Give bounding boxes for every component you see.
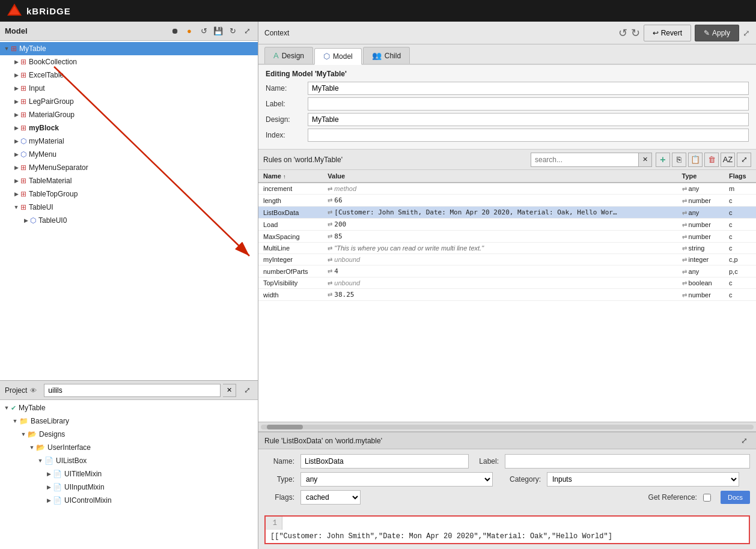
tree-item-tabletopgroup[interactable]: ▶⊞TableTopGroup bbox=[0, 187, 258, 201]
expander-materialgroup[interactable]: ▶ bbox=[12, 112, 20, 118]
rules-copy-btn[interactable]: ⎘ bbox=[672, 153, 686, 167]
rules-expand-btn[interactable]: ⤢ bbox=[737, 153, 751, 167]
expander-tabletopgroup[interactable]: ▶ bbox=[12, 191, 20, 197]
design-input[interactable] bbox=[308, 113, 749, 126]
expander-myblock[interactable]: ▶ bbox=[12, 125, 20, 131]
proj-tree-item-designs[interactable]: ▼📂Designs bbox=[0, 428, 258, 441]
rules-add-btn[interactable]: + bbox=[656, 153, 670, 167]
rule-row[interactable]: TopVisibility ⇄unbound ⇄boolean c bbox=[258, 278, 756, 289]
proj-tree-item-mytable[interactable]: ▼✔MyTable bbox=[0, 401, 258, 414]
project-hide-icon[interactable]: 👁 bbox=[27, 384, 39, 396]
rules-paste-btn[interactable]: 📋 bbox=[688, 153, 703, 167]
proj-expander-baselibrary[interactable]: ▼ bbox=[11, 418, 19, 424]
label-input[interactable] bbox=[308, 97, 749, 111]
context-redo-icon[interactable]: ↻ bbox=[631, 26, 640, 40]
rule-label-input[interactable] bbox=[505, 454, 750, 469]
proj-tree-item-uilistbox[interactable]: ▼📄UIListBox bbox=[0, 454, 258, 467]
model-icon-maximize[interactable]: ⤢ bbox=[241, 25, 253, 37]
proj-tree-item-uicontrolmixin[interactable]: ▶📄UIControlMixin bbox=[0, 494, 258, 507]
model-icon-save[interactable]: 💾 bbox=[212, 25, 224, 37]
expander-tablematerial[interactable]: ▶ bbox=[12, 178, 20, 184]
proj-expander-uiinputmixin[interactable]: ▶ bbox=[44, 484, 53, 490]
rule-row[interactable]: increment ⇄method ⇄any m bbox=[258, 183, 756, 195]
tree-item-materialgroup[interactable]: ▶⊞MaterialGroup bbox=[0, 108, 258, 121]
rule-row[interactable]: numberOfParts ⇄4 ⇄any p,c bbox=[258, 265, 756, 278]
project-maximize-icon[interactable]: ⤢ bbox=[241, 384, 253, 396]
rule-row[interactable]: Load ⇄200 ⇄number c bbox=[258, 219, 756, 231]
project-search-input[interactable] bbox=[44, 384, 221, 397]
rule-code-area[interactable]: 1[["Customer: John Smith","Date: Mon Apr… bbox=[264, 515, 750, 544]
proj-expander-userinterface[interactable]: ▼ bbox=[28, 444, 36, 450]
rule-row[interactable]: myInteger ⇄unbound ⇄integer c,p bbox=[258, 254, 756, 265]
proj-tree-item-userinterface[interactable]: ▼📂UserInterface bbox=[0, 441, 258, 454]
proj-expander-mytable[interactable]: ▼ bbox=[2, 405, 11, 411]
rules-search-input[interactable] bbox=[531, 153, 639, 167]
expander-input[interactable]: ▶ bbox=[12, 85, 20, 91]
tab-child[interactable]: 👥 Child bbox=[363, 47, 410, 64]
col-flags[interactable]: Flags bbox=[724, 170, 756, 183]
proj-tree-item-uititlemixin[interactable]: ▶📄UITitleMixin bbox=[0, 467, 258, 481]
rules-sort-btn[interactable]: AZ bbox=[721, 153, 735, 167]
rules-hscroll[interactable] bbox=[258, 422, 756, 431]
rule-name-input[interactable] bbox=[300, 454, 469, 469]
col-value[interactable]: Value bbox=[323, 170, 677, 183]
tab-design[interactable]: A Design bbox=[264, 47, 313, 64]
tree-item-input[interactable]: ▶⊞Input bbox=[0, 82, 258, 95]
tree-item-exceltable[interactable]: ▶⊞ExcelTable bbox=[0, 68, 258, 82]
rule-row[interactable]: length ⇄66 ⇄number c bbox=[258, 195, 756, 207]
model-icon-undo[interactable]: ↺ bbox=[198, 25, 210, 37]
model-icon-record[interactable]: ⏺ bbox=[169, 25, 181, 37]
rule-getref-checkbox[interactable] bbox=[703, 494, 711, 502]
proj-tree-item-baselibrary[interactable]: ▼📁BaseLibrary bbox=[0, 414, 258, 428]
expander-bookcollection[interactable]: ▶ bbox=[12, 59, 20, 65]
model-icon-circle-orange[interactable]: ● bbox=[183, 25, 195, 37]
rules-search-clear[interactable]: ✕ bbox=[639, 153, 652, 167]
expander-mymenuseparator[interactable]: ▶ bbox=[12, 165, 20, 171]
context-maximize-icon[interactable]: ⤢ bbox=[743, 28, 750, 38]
tree-item-mymenu[interactable]: ▶⬡MyMenu bbox=[0, 148, 258, 161]
node-label-legpairgroup: LegPairGroup bbox=[29, 97, 74, 106]
tree-item-mymenuseparator[interactable]: ▶⊞MyMenuSeparator bbox=[0, 161, 258, 174]
index-input[interactable] bbox=[308, 129, 749, 142]
tree-item-legpairgroup[interactable]: ▶⊞LegPairGroup bbox=[0, 95, 258, 108]
tree-item-root[interactable]: ▼⊞MyTable bbox=[0, 42, 258, 55]
tree-item-bookcollection[interactable]: ▶⊞BookCollection bbox=[0, 55, 258, 68]
proj-expander-uititlemixin[interactable]: ▶ bbox=[44, 471, 53, 477]
rule-row[interactable]: MaxSpacing ⇄85 ⇄number c bbox=[258, 231, 756, 243]
tree-item-tablematerial[interactable]: ▶⊞TableMaterial bbox=[0, 174, 258, 187]
apply-button[interactable]: ✎ Apply bbox=[695, 25, 739, 41]
tree-item-tableui0[interactable]: ▶⬡TableUI0 bbox=[0, 214, 258, 227]
proj-expander-uilistbox[interactable]: ▼ bbox=[36, 458, 44, 464]
rule-category-select[interactable]: Inputs Outputs bbox=[547, 472, 739, 487]
model-icon-refresh[interactable]: ↻ bbox=[227, 25, 239, 37]
docs-button[interactable]: Docs bbox=[721, 491, 750, 504]
expander-root[interactable]: ▼ bbox=[2, 46, 11, 52]
expander-mymenu[interactable]: ▶ bbox=[12, 151, 20, 157]
expander-exceltable[interactable]: ▶ bbox=[12, 72, 20, 78]
tree-item-tableui[interactable]: ▼⊞TableUI bbox=[0, 201, 258, 214]
revert-button[interactable]: ↩ Revert bbox=[644, 25, 691, 41]
expander-tableui[interactable]: ▼ bbox=[12, 204, 20, 210]
tab-model[interactable]: ⬡ Model bbox=[314, 48, 362, 65]
code-content[interactable]: [["Customer: John Smith","Date: Mon Apr … bbox=[266, 530, 749, 543]
proj-tree-item-uiinputmixin[interactable]: ▶📄UIInputMixin bbox=[0, 481, 258, 494]
rule-row[interactable]: width ⇄38.25 ⇄number c bbox=[258, 289, 756, 301]
rules-delete-btn[interactable]: 🗑 bbox=[704, 153, 719, 167]
proj-expander-designs[interactable]: ▼ bbox=[19, 431, 28, 437]
expander-mymaterial[interactable]: ▶ bbox=[12, 138, 20, 144]
project-search-clear[interactable]: ✕ bbox=[223, 384, 236, 397]
rule-detail-expand-icon[interactable]: ⤢ bbox=[738, 435, 750, 447]
tree-item-myblock[interactable]: ▶⊞myBlock bbox=[0, 121, 258, 135]
expander-tableui0[interactable]: ▶ bbox=[22, 217, 30, 223]
rule-row[interactable]: ListBoxData ⇄[Customer: John Smith, Date… bbox=[258, 207, 756, 219]
context-undo-icon[interactable]: ↺ bbox=[618, 26, 627, 40]
rule-type-select[interactable]: any number string boolean integer bbox=[300, 472, 493, 487]
col-name[interactable]: Name ↑ bbox=[258, 170, 323, 183]
tree-item-mymaterial[interactable]: ▶⬡myMaterial bbox=[0, 135, 258, 148]
name-input[interactable] bbox=[308, 82, 749, 95]
proj-expander-uicontrolmixin[interactable]: ▶ bbox=[44, 497, 53, 503]
expander-legpairgroup[interactable]: ▶ bbox=[12, 99, 20, 105]
col-type[interactable]: Type bbox=[677, 170, 724, 183]
rule-flags-select[interactable]: cached persistent method bbox=[300, 490, 361, 505]
rule-row[interactable]: MultiLine ⇄"This is where you can read o… bbox=[258, 243, 756, 254]
